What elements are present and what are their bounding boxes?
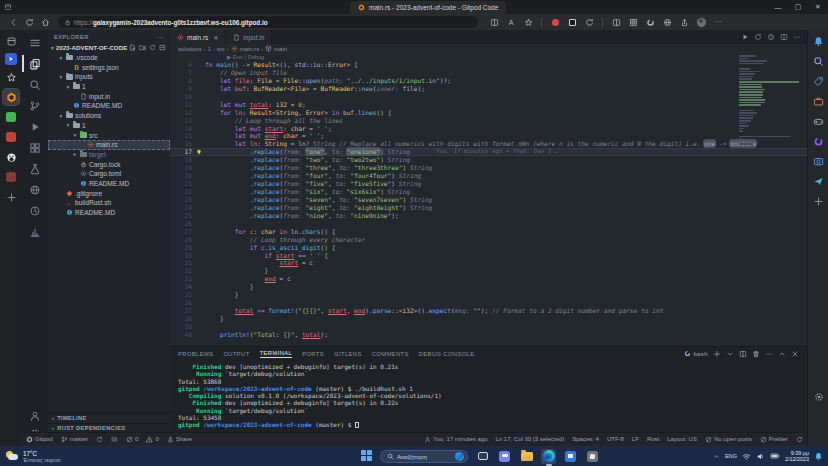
file-explorer-button[interactable] <box>519 449 534 464</box>
run-or-debug-icon[interactable] <box>741 33 749 41</box>
editor-tab-input-in[interactable]: input.in <box>226 30 272 44</box>
clock[interactable]: 9:39 μμ 2/12/2023 <box>785 450 809 462</box>
breadcrumb[interactable]: solutions›1›src›main.rs›main <box>170 44 807 53</box>
adblock-extension-icon[interactable] <box>549 16 561 28</box>
tree-item-solutions[interactable]: ▾solutions <box>48 111 170 121</box>
code-editor[interactable]: ▶ Run | Debug 6fn main() -> Result<(), s… <box>170 53 807 346</box>
browser-tab[interactable]: main.rs - 2023-advent-of-code - Gitpod C… <box>350 1 506 14</box>
collapse-all-icon[interactable] <box>159 44 166 51</box>
gitlens-graph-icon[interactable] <box>767 33 775 41</box>
breadcrumb-item-1[interactable]: 1 <box>208 46 211 52</box>
glasses-icon[interactable] <box>661 16 673 28</box>
minimap[interactable] <box>739 55 801 175</box>
tree-item-readme-md[interactable]: README.MD <box>48 179 170 189</box>
more-icon[interactable]: ⋯ <box>712 16 724 28</box>
tree-item-1[interactable]: ▾1 <box>48 121 170 131</box>
timeline-icon[interactable] <box>22 200 48 221</box>
run-debug-icon[interactable] <box>22 116 48 137</box>
share-icon[interactable] <box>678 16 690 28</box>
tree-item-target[interactable]: ▸target <box>48 150 170 160</box>
ports-status[interactable]: No open ports <box>701 433 756 446</box>
section-rust-dependencies[interactable]: ›RUST DEPENDENCIES <box>48 423 170 433</box>
explorer-more-icon[interactable]: ⋯ <box>158 34 164 40</box>
tree-item-src[interactable]: ▾src <box>48 130 170 140</box>
sync-icon[interactable] <box>92 433 107 446</box>
breadcrumb-item-main[interactable]: main <box>265 45 287 52</box>
warnings-count[interactable]: 0 <box>142 433 162 446</box>
panel-tab-terminal[interactable]: TERMINAL <box>260 350 293 358</box>
editor-tab-main-rs[interactable]: main.rs✕ <box>170 30 226 44</box>
split-editor-icon[interactable] <box>780 33 788 41</box>
sidebar-settings-gear-icon[interactable] <box>814 392 824 402</box>
encoding[interactable]: UTF-8 <box>603 433 628 446</box>
blame-status[interactable]: You, 17 minutes ago <box>420 433 492 446</box>
toolbox-icon[interactable] <box>813 96 824 107</box>
tree-item-main-rs[interactable]: main.rs <box>48 140 170 150</box>
tree-item-cargo-toml[interactable]: Cargo.toml <box>48 169 170 179</box>
tree-item--vscode[interactable]: ▾.vscode <box>48 53 170 63</box>
drop-icon[interactable] <box>813 176 824 187</box>
add-app-icon[interactable] <box>813 196 824 207</box>
bing-chat-icon[interactable] <box>813 36 824 47</box>
tree-item-1[interactable]: ▾1 <box>48 82 170 92</box>
terminal-profile[interactable]: bash <box>684 350 708 357</box>
trash-icon[interactable] <box>752 350 760 358</box>
favorites-icon[interactable] <box>522 16 534 28</box>
green-site-tab[interactable] <box>3 109 19 125</box>
profile-avatar[interactable] <box>695 16 707 28</box>
accounts-icon[interactable] <box>29 410 41 422</box>
collections-icon[interactable] <box>610 16 622 28</box>
address-bar[interactable]: https://galaxygamin-2023advento-g0ts1zzb… <box>58 16 478 28</box>
hidden-icons-chevron[interactable] <box>713 453 720 460</box>
terminal[interactable]: Finished dev [unoptimized + debuginfo] t… <box>170 360 807 429</box>
tree-item-readme-md[interactable]: README.MD <box>48 208 170 218</box>
cursor-position[interactable]: Ln 17, Col 30 (3 selected) <box>492 433 569 446</box>
refresh-icon[interactable] <box>149 44 156 51</box>
layout[interactable]: Layout: US <box>663 433 701 446</box>
extensions-icon[interactable] <box>627 16 639 28</box>
weather-widget[interactable]: 17°C Έντονες νεφώσ. <box>0 450 120 463</box>
run-debug-codelens[interactable]: ▶ Run | Debug <box>170 53 807 61</box>
dark-extension-icon[interactable] <box>566 16 578 28</box>
tree-item-readme-md[interactable]: README.MD <box>48 101 170 111</box>
layers-icon[interactable] <box>107 433 122 446</box>
chat-button[interactable] <box>497 449 512 464</box>
breadcrumb-item-solutions[interactable]: solutions <box>178 46 202 52</box>
gitlens-icon[interactable] <box>22 221 48 242</box>
edge-browser-button[interactable] <box>541 449 556 464</box>
loop-icon[interactable] <box>644 16 656 28</box>
menu-icon[interactable] <box>22 32 48 53</box>
browser-essentials-icon[interactable] <box>813 136 824 147</box>
shopping-icon[interactable] <box>813 76 824 87</box>
language-indicator[interactable]: ENG <box>725 453 737 459</box>
explorer-icon[interactable] <box>22 53 48 74</box>
notifications-bell-icon[interactable] <box>814 452 823 461</box>
share-status[interactable]: Share <box>163 433 196 446</box>
more-icon[interactable] <box>765 350 773 358</box>
sync-icon[interactable] <box>792 433 807 446</box>
maximize-button[interactable]: ▢ <box>788 0 808 14</box>
tree-item--gitignore[interactable]: .gitignore <box>48 188 170 198</box>
prettier-status[interactable]: Prettier <box>756 433 792 446</box>
gitpod-status[interactable]: Gitpod <box>22 433 57 446</box>
close-tab-icon[interactable]: ✕ <box>213 34 218 41</box>
microsoft-store-button[interactable] <box>563 449 578 464</box>
tree-item-input-in[interactable]: input.in <box>48 91 170 101</box>
eol[interactable]: LF <box>628 433 643 446</box>
tree-root[interactable]: ▾2023-ADVENT-OF-CODE <box>48 43 170 53</box>
branch-status[interactable]: master <box>57 433 92 446</box>
tree-item-cargo-lock[interactable]: Cargo.lock <box>48 159 170 169</box>
task-view-button[interactable] <box>475 449 490 464</box>
search-icon[interactable] <box>22 74 48 95</box>
chevron-down-icon[interactable] <box>726 350 734 358</box>
source-control-icon[interactable] <box>22 95 48 116</box>
split-terminal-icon[interactable] <box>739 350 747 358</box>
start-button[interactable] <box>361 450 373 462</box>
pinned-app-button[interactable] <box>585 449 600 464</box>
crates-site-tab[interactable] <box>3 129 19 145</box>
panel-tab-gitlens[interactable]: GITLENS <box>334 351 362 357</box>
new-file-icon[interactable] <box>129 44 136 51</box>
split-screen-icon[interactable] <box>488 16 500 28</box>
back-button[interactable] <box>6 16 20 28</box>
video-site-tab[interactable] <box>5 53 17 65</box>
